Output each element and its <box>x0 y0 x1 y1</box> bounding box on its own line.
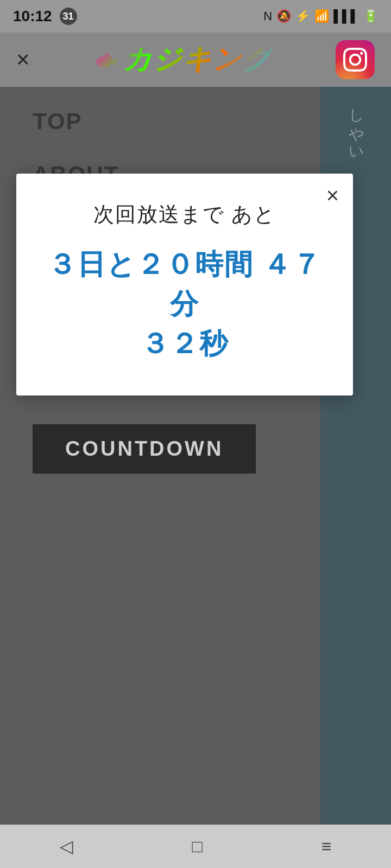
bottom-bar: ◁ □ ≡ <box>0 825 391 868</box>
modal-countdown-time: ３日と２０時間 ４７分３２秒 <box>38 245 331 363</box>
status-bar: 10:12 31 N 🔕 ⚡ 📶 ▌▌▌ 🔋 <box>0 0 391 33</box>
wifi-icon: 📶 <box>314 9 329 23</box>
home-button[interactable]: □ <box>192 837 203 857</box>
status-icons: N 🔕 ⚡ 📶 ▌▌▌ 🔋 <box>263 9 378 23</box>
menu-close-button[interactable]: × <box>16 48 30 71</box>
battery-icon: 🔋 <box>363 9 378 23</box>
notification-badge: 31 <box>60 8 77 25</box>
header: × 🐟 カジキング <box>0 33 391 87</box>
antenna-icon: N <box>263 9 272 23</box>
modal-close-button[interactable]: × <box>326 184 339 206</box>
modal-overlay: × 次回放送まで あと ３日と２０時間 ４７分３２秒 <box>0 87 391 825</box>
logo-text: カジキング <box>123 41 272 79</box>
modal-subtitle: 次回放送まで あと <box>38 201 331 228</box>
bluetooth-icon: ⚡ <box>295 9 310 23</box>
instagram-button[interactable] <box>336 40 375 79</box>
logo: 🐟 カジキング <box>93 41 272 79</box>
fish-icon: 🐟 <box>93 48 118 71</box>
main-content: しやい TOP ABOUT PROFILE SHOP BACKNUMBER KA… <box>0 87 391 825</box>
status-time: 10:12 <box>13 8 52 25</box>
back-button[interactable]: ◁ <box>60 836 73 857</box>
mute-icon: 🔕 <box>276 9 291 23</box>
countdown-modal: × 次回放送まで あと ３日と２０時間 ４７分３２秒 <box>16 174 353 395</box>
signal-icon: ▌▌▌ <box>333 9 359 23</box>
recents-button[interactable]: ≡ <box>321 837 332 857</box>
instagram-icon <box>343 48 367 72</box>
